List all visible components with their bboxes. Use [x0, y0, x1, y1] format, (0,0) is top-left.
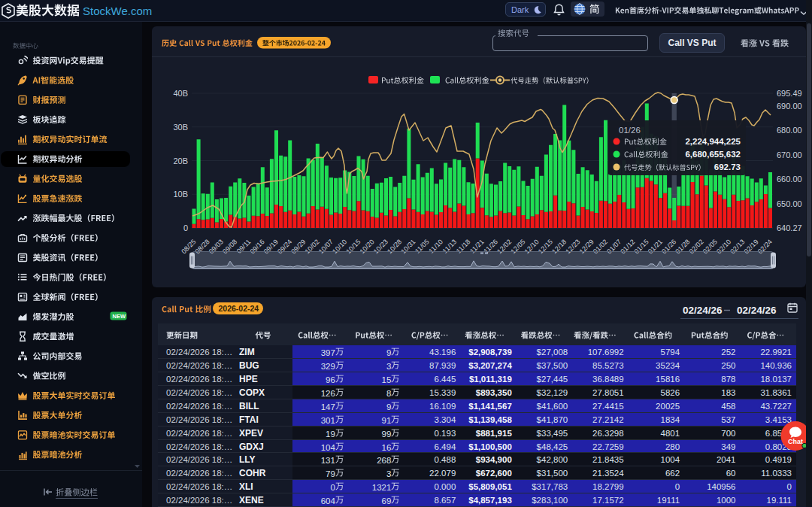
svg-text:2,224,944,225: 2,224,944,225: [685, 137, 741, 146]
svg-text:01/26: 01/26: [619, 126, 641, 135]
svg-text:20B: 20B: [173, 156, 188, 165]
svg-text:02/24/26: 02/24/26: [737, 305, 777, 316]
svg-text:650.00: 650.00: [777, 199, 802, 208]
svg-text:670.00: 670.00: [777, 150, 802, 159]
svg-text:660.00: 660.00: [777, 175, 802, 184]
svg-text:2026-02-24: 2026-02-24: [219, 304, 259, 313]
svg-text:02/24/26: 02/24/26: [683, 305, 723, 316]
svg-text:6,680,655,632: 6,680,655,632: [685, 150, 741, 159]
svg-text:0: 0: [183, 223, 188, 232]
svg-text:695.49: 695.49: [777, 89, 802, 98]
svg-text:10B: 10B: [173, 190, 188, 199]
svg-text:Chat: Chat: [788, 438, 803, 445]
svg-text:680.00: 680.00: [777, 126, 802, 135]
svg-text:30B: 30B: [173, 123, 188, 132]
svg-text:690.00: 690.00: [777, 102, 802, 111]
svg-text:692.73: 692.73: [714, 162, 741, 172]
svg-text:40B: 40B: [173, 89, 188, 98]
svg-text:640.27: 640.27: [777, 223, 802, 232]
